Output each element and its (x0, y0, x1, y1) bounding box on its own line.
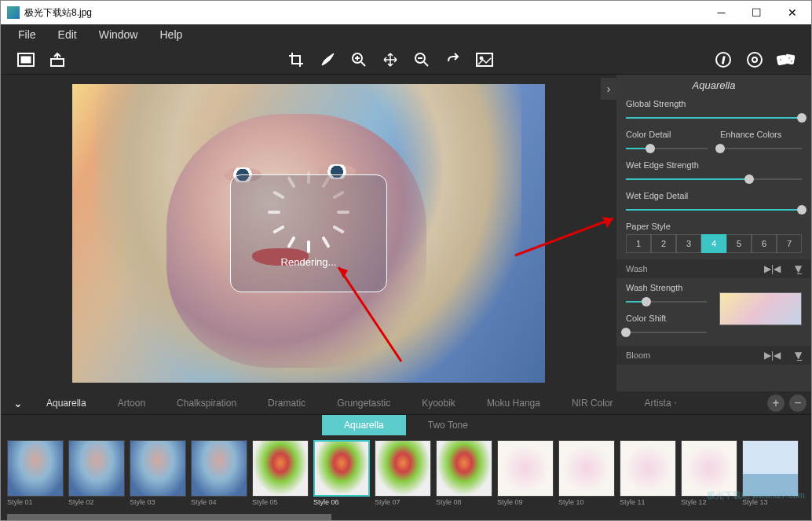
svg-point-18 (780, 58, 781, 60)
rendering-overlay: Rendering... (230, 174, 387, 292)
wet-edge-strength-slider[interactable] (626, 172, 802, 186)
cat-kyoobik[interactable]: Kyoobik (406, 391, 471, 414)
wet-edge-detail-slider[interactable] (626, 203, 802, 217)
cat-aquarella[interactable]: Aquarella (31, 391, 102, 414)
svg-line-4 (361, 62, 365, 66)
paper-2[interactable]: 2 (651, 234, 676, 253)
pan-button[interactable] (375, 48, 406, 72)
window-title: 极光下载站8.jpg (24, 6, 704, 20)
svg-text:i: i (722, 54, 725, 66)
brush-button[interactable] (312, 48, 343, 72)
crop-button[interactable] (280, 48, 312, 72)
style-12[interactable]: Style 12 (681, 440, 737, 506)
remove-preset-button[interactable]: − (789, 394, 807, 412)
menu-window[interactable]: Window (88, 28, 149, 41)
svg-marker-24 (602, 217, 613, 228)
style-07[interactable]: Style 07 (375, 440, 431, 506)
style-06[interactable]: Style 06 (313, 440, 370, 506)
color-detail-slider[interactable] (626, 141, 708, 156)
paper-7[interactable]: 7 (777, 234, 802, 253)
canvas-wrap: Rendering... › (1, 75, 616, 391)
paper-6[interactable]: 6 (752, 234, 777, 253)
compare-button[interactable] (469, 48, 500, 72)
svg-point-14 (748, 53, 762, 67)
zoom-out-button[interactable] (406, 48, 437, 72)
style-08[interactable]: Style 08 (436, 440, 492, 506)
global-strength-label: Global Strength (626, 99, 802, 108)
open-button[interactable] (10, 48, 42, 72)
flip-v-icon-2[interactable]: ▼̲ (795, 350, 802, 361)
paper-style-row: 1 2 3 4 5 6 7 (626, 234, 802, 253)
style-04[interactable]: Style 04 (191, 440, 247, 506)
wash-section-header[interactable]: Wash ▶|◀ ▼̲ (616, 259, 811, 278)
main-area: Rendering... › Aquarella Global Strength… (1, 75, 811, 391)
cat-dramatic[interactable]: Dramatic (252, 391, 321, 414)
style-09[interactable]: Style 09 (497, 440, 554, 506)
cat-moku-hanga[interactable]: Moku Hanga (471, 391, 556, 414)
bloom-label: Bloom (626, 350, 650, 360)
random-button[interactable] (770, 48, 802, 72)
global-strength-slider[interactable] (626, 111, 802, 125)
svg-point-15 (752, 57, 757, 62)
add-preset-button[interactable]: + (767, 394, 785, 412)
style-11[interactable]: Style 11 (620, 440, 676, 506)
export-button[interactable] (42, 48, 73, 72)
paper-4[interactable]: 4 (701, 234, 726, 253)
subtab-two-tone[interactable]: Two Tone (406, 415, 490, 435)
info-button[interactable]: i (708, 48, 739, 72)
cat-grungetastic[interactable]: Grungetastic (321, 391, 406, 414)
wash-swatch[interactable] (719, 292, 802, 325)
style-03[interactable]: Style 03 (130, 440, 186, 506)
side-panel: Aquarella Global Strength Color Detail E… (616, 75, 811, 391)
collapse-panel-button[interactable]: › (601, 78, 616, 100)
style-scrollbar[interactable] (1, 514, 811, 521)
color-detail-label: Color Detail (626, 130, 708, 139)
svg-rect-2 (51, 59, 64, 66)
style-10[interactable]: Style 10 (558, 440, 615, 506)
app-icon (7, 6, 20, 19)
cat-artoon[interactable]: Artoon (102, 391, 161, 414)
paper-1[interactable]: 1 (626, 234, 651, 253)
menu-file[interactable]: File (7, 28, 47, 41)
paper-style-label: Paper Style (626, 222, 802, 231)
flip-h-icon[interactable]: ▶|◀ (764, 263, 781, 274)
zoom-in-button[interactable] (343, 48, 375, 72)
minimize-button[interactable]: ─ (704, 1, 739, 24)
subtab-aquarella[interactable]: Aquarella (322, 415, 406, 435)
redo-button[interactable] (437, 48, 469, 72)
svg-point-19 (788, 57, 790, 58)
color-shift-label: Color Shift (626, 314, 707, 323)
svg-point-11 (480, 57, 483, 60)
style-02[interactable]: Style 02 (68, 440, 125, 506)
style-05[interactable]: Style 05 (252, 440, 309, 506)
svg-rect-1 (21, 57, 31, 63)
svg-line-8 (424, 62, 428, 66)
enhance-colors-slider[interactable] (720, 141, 802, 156)
maximize-button[interactable]: ☐ (739, 1, 774, 24)
wash-strength-slider[interactable] (626, 295, 707, 309)
style-01[interactable]: Style 01 (7, 440, 64, 506)
settings-button[interactable] (739, 48, 770, 72)
bloom-section-header[interactable]: Bloom ▶|◀ ▼̲ (616, 346, 811, 365)
wash-strength-label: Wash Strength (626, 283, 707, 292)
subtab-row: Aquarella Two Tone (1, 415, 811, 435)
category-row: ⌄ Aquarella Artoon Chalkspiration Dramat… (1, 391, 811, 415)
category-collapse-icon[interactable]: ⌄ (5, 397, 31, 409)
cat-nir-color[interactable]: NIR Color (556, 391, 629, 414)
cat-artista[interactable]: Artista ‧ (629, 391, 693, 414)
enhance-colors-label: Enhance Colors (720, 130, 802, 139)
wet-edge-detail-label: Wet Edge Detail (626, 191, 802, 200)
canvas-image[interactable]: Rendering... (72, 84, 545, 383)
spinner-icon (285, 198, 332, 245)
style-13[interactable]: Style 13 (742, 440, 799, 506)
menu-edit[interactable]: Edit (47, 28, 88, 41)
menu-help[interactable]: Help (148, 28, 193, 41)
flip-h-icon-2[interactable]: ▶|◀ (764, 350, 781, 361)
paper-5[interactable]: 5 (726, 234, 752, 253)
close-button[interactable]: ✕ (774, 1, 810, 24)
svg-point-20 (791, 60, 792, 61)
cat-chalkspiration[interactable]: Chalkspiration (161, 391, 252, 414)
flip-v-icon[interactable]: ▼̲ (795, 263, 802, 274)
paper-3[interactable]: 3 (676, 234, 701, 253)
color-shift-slider[interactable] (626, 325, 707, 339)
